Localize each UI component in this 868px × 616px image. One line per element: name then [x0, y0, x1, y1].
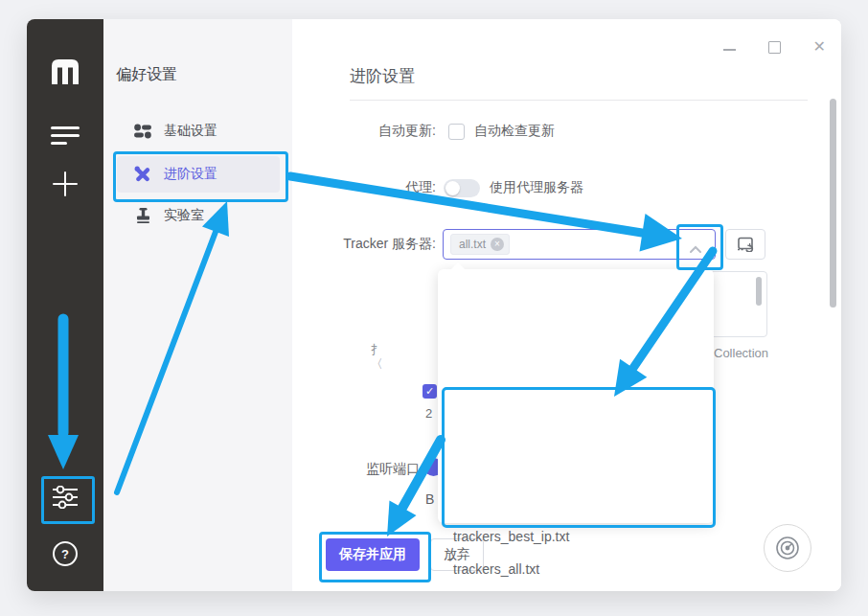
menu-item-advanced-settings[interactable]: 进阶设置: [117, 156, 280, 193]
sync-time-fragment: 2: [425, 406, 432, 421]
proxy-row: 代理: 使用代理服务器: [292, 177, 583, 198]
window-controls: ✕: [723, 40, 826, 54]
proxy-toggle-label: 使用代理服务器: [490, 179, 583, 196]
menu-item-basic-settings[interactable]: 基础设置: [117, 113, 280, 149]
preferences-title: 偏好设置: [116, 65, 177, 85]
tools-icon: [134, 166, 151, 183]
preferences-icon[interactable]: [27, 486, 103, 509]
close-icon[interactable]: ✕: [813, 40, 826, 54]
auto-sync-checkbox-fragment[interactable]: [423, 384, 437, 399]
toggles-icon: [134, 123, 151, 140]
help-glyph: ?: [53, 541, 78, 566]
app-window: ? 偏好设置 基础设置: [27, 19, 841, 591]
screen: ? 偏好设置 基础设置: [0, 0, 868, 616]
stamp-icon: [134, 207, 151, 224]
maximize-icon[interactable]: [768, 41, 781, 54]
save-and-apply-button[interactable]: 保存并应用: [326, 538, 420, 571]
tag-remove-icon[interactable]: [491, 238, 504, 251]
tracker-tag: all.txt: [450, 234, 510, 255]
tracker-row: Tracker 服务器: all.txt: [292, 225, 765, 263]
title-divider: [350, 100, 808, 101]
menu-item-lab[interactable]: 实验室: [117, 197, 280, 234]
menu-item-label: 实验室: [164, 207, 204, 224]
sidebar: ?: [27, 19, 103, 591]
chevron-up-icon[interactable]: [689, 240, 702, 258]
dropdown-caret: [451, 262, 465, 276]
sync-trackers-button[interactable]: [725, 229, 765, 260]
source-link-fragment: Collection: [714, 346, 768, 360]
auto-update-label: 自动更新:: [292, 123, 436, 140]
help-icon[interactable]: ?: [27, 541, 103, 566]
scrollbar-thumb[interactable]: [830, 99, 836, 308]
task-list-icon[interactable]: [27, 123, 103, 148]
hint-text-fragment: 〈: [371, 356, 383, 373]
textarea-scrollbar[interactable]: [756, 277, 762, 306]
menu-item-label: 基础设置: [164, 123, 217, 140]
bt-port-label-fragment: B: [425, 491, 434, 507]
auto-update-row: 自动更新: 自动检查更新: [292, 121, 555, 142]
minimize-icon[interactable]: [723, 49, 736, 51]
dropdown-item[interactable]: trackers_all.txt: [453, 561, 539, 577]
auto-check-update-checkbox[interactable]: [448, 124, 465, 140]
advanced-settings-page: ✕ 进阶设置 自动更新: 自动检查更新 代理: 使用代理服务器 Tracker …: [292, 19, 841, 591]
menu-item-label: 进阶设置: [164, 166, 217, 183]
proxy-toggle[interactable]: [444, 179, 480, 197]
dropdown-item[interactable]: trackers_best_ip.txt: [453, 529, 569, 544]
page-title: 进阶设置: [350, 65, 415, 87]
speed-test-button[interactable]: [764, 524, 811, 572]
preferences-panel: 偏好设置 基础设置 进阶设置: [103, 19, 292, 591]
listen-port-label: 监听端口: [329, 461, 420, 478]
auto-check-update-label: 自动检查更新: [474, 123, 555, 140]
add-task-icon[interactable]: [27, 171, 103, 197]
tracker-label: Tracker 服务器:: [292, 236, 436, 253]
proxy-label: 代理:: [292, 179, 436, 196]
motrix-logo-icon: [50, 57, 80, 86]
tracker-tag-label: all.txt: [459, 238, 486, 251]
tracker-dropdown: trackers_best_ip.txt trackers_all.txt tr…: [438, 269, 714, 523]
tracker-select[interactable]: all.txt: [443, 229, 716, 260]
